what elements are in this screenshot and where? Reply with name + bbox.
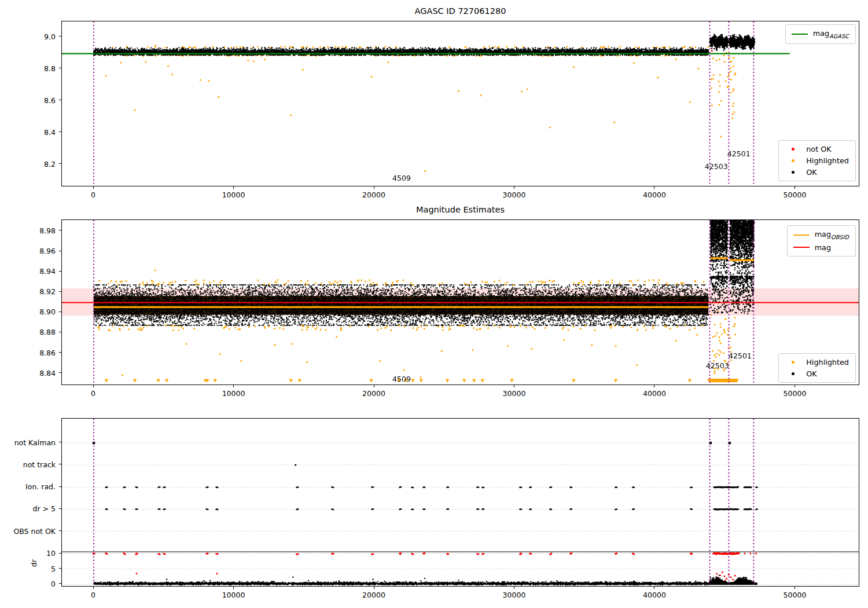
legend-dot <box>792 148 795 151</box>
y-tick-mark <box>59 251 61 251</box>
legend-entry: Highlighted <box>784 156 849 165</box>
y-tick-label: 8.84 <box>27 368 56 377</box>
legend-entry: OK <box>784 168 849 177</box>
obsid-annotation: 42503 <box>706 361 729 370</box>
legend-mag-lines: magOBSIDmag <box>787 225 856 257</box>
x-tick-mark <box>654 186 654 189</box>
legend-marker-dot <box>784 171 801 174</box>
flag-row-label: not track <box>0 460 56 468</box>
y-tick-label: 8.8 <box>27 64 56 72</box>
legend-marker-dot <box>784 159 801 162</box>
x-tick-label: 30000 <box>503 191 526 199</box>
y-tick-label: 8.88 <box>27 328 56 336</box>
x-tick-label: 50000 <box>784 191 807 199</box>
legend-marker-dot <box>784 372 801 375</box>
legend-line <box>793 247 810 248</box>
legend-label: Highlighted <box>806 358 849 367</box>
legend-label: OK <box>806 168 816 177</box>
plot-title-agasc-id: AGASC ID 727061280 <box>415 6 506 16</box>
x-tick-mark <box>374 587 374 589</box>
x-tick-label: 50000 <box>784 389 807 398</box>
legend-label: not OK <box>806 145 832 153</box>
x-tick-label: 30000 <box>503 591 526 599</box>
x-tick-mark <box>233 186 234 189</box>
legend-marker-line <box>791 34 808 35</box>
y-tick-mark <box>59 291 61 292</box>
x-tick-label: 0 <box>91 591 95 599</box>
x-tick-mark <box>514 587 514 589</box>
x-tick-label: 10000 <box>222 389 245 398</box>
flag-row-label: 10 <box>0 549 56 558</box>
legend-dot <box>792 361 795 364</box>
y-tick-mark <box>59 372 61 373</box>
flag-row-label: not Kalman <box>0 438 56 446</box>
x-tick-label: 0 <box>91 191 95 199</box>
x-tick-label: 20000 <box>362 389 385 398</box>
y-tick-label: 8.92 <box>27 287 56 296</box>
y-tick-mark <box>59 442 61 442</box>
obsid-annotation: 4509 <box>392 174 411 182</box>
legend-entry: magAGASC <box>791 29 849 39</box>
x-tick-label: 0 <box>91 389 95 398</box>
x-tick-label: 40000 <box>643 389 666 398</box>
y-tick-label: 8.4 <box>27 127 56 136</box>
y-tick-label: 9.0 <box>27 32 56 41</box>
x-tick-label: 30000 <box>503 389 526 398</box>
y-tick-label: 8.96 <box>27 247 56 255</box>
y-tick-mark <box>59 583 61 584</box>
x-tick-mark <box>795 186 795 189</box>
flag-row-label: 5 <box>0 564 56 573</box>
x-tick-mark <box>514 385 514 387</box>
legend-dot <box>792 372 795 375</box>
legend-label: Highlighted <box>806 156 849 165</box>
y-tick-label: 8.6 <box>27 96 56 104</box>
y-tick-mark <box>59 553 61 554</box>
legend-label: magAGASC <box>813 29 849 39</box>
legend-label: OK <box>806 369 816 378</box>
obsid-annotation: 42501 <box>729 351 752 360</box>
legend-dot <box>792 159 795 162</box>
y-tick-label: 8.86 <box>27 348 56 357</box>
legend-line <box>792 34 808 35</box>
x-tick-label: 40000 <box>643 191 666 199</box>
flag-row-label: Ion. rad. <box>0 482 56 491</box>
legend-marker-line <box>793 247 810 248</box>
scatter-canvas-flags <box>62 419 859 586</box>
y-tick-mark <box>59 100 61 100</box>
scatter-canvas-mag <box>62 21 859 186</box>
legend-entry: Highlighted <box>784 358 849 367</box>
axes-flags-dr <box>61 418 859 587</box>
x-tick-mark <box>233 587 234 589</box>
x-tick-label: 20000 <box>362 191 385 199</box>
legend-entry: mag <box>793 243 849 252</box>
legend-marker-dot <box>784 361 801 364</box>
y-tick-mark <box>59 530 61 531</box>
legend-label: magOBSID <box>815 230 849 240</box>
y-tick-mark <box>59 312 61 312</box>
x-tick-mark <box>93 385 94 387</box>
y-tick-mark <box>59 568 61 569</box>
y-tick-mark <box>59 230 61 230</box>
legend-dot <box>792 171 795 174</box>
legend-point-status: not OKHighlightedOK <box>778 140 856 181</box>
legend-label: mag <box>815 243 831 252</box>
legend-line <box>793 235 810 236</box>
y-tick-mark <box>59 163 61 164</box>
x-tick-label: 50000 <box>784 591 807 599</box>
plot-title-magnitude-estimates: Magnitude Estimates <box>416 205 505 214</box>
axes-magnitude-estimates: magOBSIDmagHighlightedOK <box>61 219 859 385</box>
y-tick-mark <box>59 131 61 132</box>
legend-mag-agasc: magAGASC <box>785 24 856 44</box>
x-tick-label: 10000 <box>222 591 245 599</box>
x-tick-label: 20000 <box>362 591 385 599</box>
x-tick-mark <box>654 587 654 589</box>
obsid-annotation: 42503 <box>705 162 728 171</box>
x-tick-mark <box>374 385 374 387</box>
flag-row-label: dr > 5 <box>0 504 56 513</box>
x-tick-mark <box>374 186 374 189</box>
y-tick-mark <box>59 486 61 487</box>
y-tick-mark <box>59 271 61 272</box>
x-tick-mark <box>654 385 654 387</box>
y-tick-label: 8.98 <box>27 226 56 235</box>
y-tick-label: 8.90 <box>27 307 56 316</box>
